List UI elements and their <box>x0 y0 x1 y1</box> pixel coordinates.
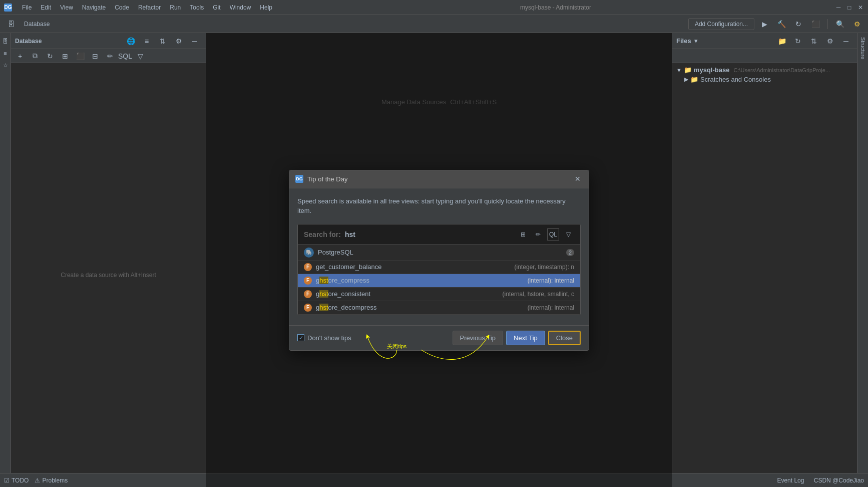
project-folder-icon: 📁 <box>684 66 692 74</box>
menu-item-run[interactable]: Run <box>166 3 185 13</box>
dialog-close-button[interactable]: ✕ <box>573 174 583 184</box>
close-button[interactable]: ✕ <box>857 4 864 11</box>
build-button[interactable]: 🔨 <box>774 17 788 31</box>
project-root-item[interactable]: ▼ 📁 mysql-base C:\Users\Administrator\Da… <box>672 65 857 75</box>
sidebar-icon-3[interactable]: ☆ <box>1 61 10 70</box>
result-ghstore-consistent[interactable]: F ghstore_consistent (internal, hstore, … <box>298 288 580 301</box>
toolbar-separator <box>827 19 828 29</box>
files-settings-icon[interactable]: ⚙ <box>823 34 837 48</box>
sidebar-database-icon[interactable]: 🗄 <box>1 37 10 46</box>
scratches-folder-icon: 📁 <box>690 76 698 83</box>
menu-item-help[interactable]: Help <box>256 3 276 13</box>
add-datasource-button[interactable]: + <box>13 49 27 63</box>
minimize-button[interactable]: ─ <box>835 4 842 11</box>
search-label: Search for: <box>304 230 341 238</box>
todo-label: TODO <box>12 477 29 484</box>
files-panel-header: Files ▾ 📁 ↻ ⇅ ⚙ ─ <box>672 33 857 49</box>
database-panel-header: Database 🌐 ≡ ⇅ ⚙ ─ <box>11 33 206 49</box>
func-meta-2: (internal): internal <box>528 277 574 284</box>
credit-text: CSDN @CodeJiao <box>814 477 864 484</box>
refresh-button[interactable]: ↻ <box>43 49 57 63</box>
table-view-button[interactable]: ⊟ <box>88 49 102 63</box>
previous-tip-button[interactable]: Previous Tip <box>453 331 504 345</box>
dialog-logo: DG <box>295 175 303 183</box>
result-list: 🐘 PostgreSQL 2 F get_customer_balance (i… <box>298 245 580 315</box>
event-log-button[interactable]: Event Log <box>777 477 804 484</box>
structure-tab[interactable]: Structure <box>859 35 867 62</box>
files-refresh-icon[interactable]: ↻ <box>791 34 805 48</box>
todo-button[interactable]: ☑ TODO <box>4 477 29 484</box>
menu-item-file[interactable]: File <box>18 3 36 13</box>
files-minimize-icon[interactable]: ─ <box>839 34 853 48</box>
result-ghstore-compress[interactable]: F ghstore_compress (internal): internal <box>298 274 580 288</box>
add-configuration-button[interactable]: Add Configuration... <box>688 18 754 30</box>
sql-button[interactable]: SQL <box>118 49 132 63</box>
result-ghstore-decompress[interactable]: F ghstore_decompress (internal): interna… <box>298 301 580 315</box>
search-value: hst <box>345 230 355 238</box>
edit-button[interactable]: ✏ <box>103 49 117 63</box>
menu-item-tools[interactable]: Tools <box>186 3 208 13</box>
dialog-footer: ✓ Don't show tips Previous Tip Next Tip … <box>289 325 589 350</box>
schema-button[interactable]: ⊞ <box>58 49 72 63</box>
next-tip-button[interactable]: Next Tip <box>506 331 545 345</box>
result-postgresql[interactable]: 🐘 PostgreSQL 2 <box>298 245 580 261</box>
stop-ds-button[interactable]: ⬛ <box>73 49 87 63</box>
database-panel: Database 🌐 ≡ ⇅ ⚙ ─ + ⧉ ↻ ⊞ ⬛ ⊟ ✏ SQL ▽ C… <box>11 33 206 487</box>
problems-label: Problems <box>42 477 68 484</box>
project-path: C:\Users\Administrator\DataGripProje... <box>733 67 830 73</box>
app-logo: DG <box>4 4 12 12</box>
panel-globe-icon[interactable]: 🌐 <box>124 34 138 48</box>
database-panel-content: Create a data source with Alt+Insert <box>11 63 206 487</box>
panel-sort-icon[interactable]: ⇅ <box>156 34 170 48</box>
func-badge-4: F <box>304 304 312 312</box>
main-layout: 🗄 ≡ ☆ Database 🌐 ≡ ⇅ ⚙ ─ + ⧉ ↻ ⊞ ⬛ ⊟ ✏ S… <box>0 33 868 487</box>
menu-item-navigate[interactable]: Navigate <box>78 3 110 13</box>
reload-button[interactable]: ↻ <box>791 17 805 31</box>
database-panel-toolbar: + ⧉ ↻ ⊞ ⬛ ⊟ ✏ SQL ▽ <box>11 49 206 63</box>
menu-item-edit[interactable]: Edit <box>37 3 55 13</box>
files-sort-icon[interactable]: ⇅ <box>807 34 821 48</box>
sidebar-icon-2[interactable]: ≡ <box>1 49 10 58</box>
menu-item-refactor[interactable]: Refactor <box>134 3 165 13</box>
table-icon[interactable]: ⊞ <box>517 228 529 240</box>
result-get-customer-balance[interactable]: F get_customer_balance (integer, timesta… <box>298 261 580 274</box>
search-everywhere-button[interactable]: 🔍 <box>833 17 847 31</box>
dont-show-tips-label[interactable]: ✓ Don't show tips <box>297 334 351 342</box>
close-dialog-button[interactable]: Close <box>548 331 581 345</box>
dont-show-text: Don't show tips <box>307 334 351 342</box>
footer-buttons: Previous Tip Next Tip Close <box>453 331 581 345</box>
scratches-label: Scratches and Consoles <box>700 76 771 83</box>
menu-item-code[interactable]: Code <box>111 3 133 13</box>
search-preview: Search for: hst ⊞ ✏ QL ▽ <box>297 224 581 315</box>
scratches-item[interactable]: ▶ 📁 Scratches and Consoles <box>672 75 857 84</box>
filter-db-button[interactable]: ▽ <box>133 49 147 63</box>
problems-button[interactable]: ⚠ Problems <box>35 477 68 484</box>
filter-icon[interactable]: ▽ <box>562 228 574 240</box>
copy-button[interactable]: ⧉ <box>28 49 42 63</box>
tip-of-day-dialog: DG Tip of the Day ✕ Speed search is avai… <box>289 170 589 351</box>
run-button[interactable]: ▶ <box>757 17 771 31</box>
dialog-title: Tip of the Day <box>307 175 569 183</box>
stop-button[interactable]: ⬛ <box>808 17 822 31</box>
dont-show-checkbox[interactable]: ✓ <box>297 334 304 341</box>
maximize-button[interactable]: □ <box>846 4 853 11</box>
panel-settings-icon[interactable]: ⚙ <box>172 34 186 48</box>
func-name-1: get_customer_balance <box>316 263 511 271</box>
settings-button[interactable]: ⚙ <box>850 17 864 31</box>
tip-text: Speed search is available in all tree vi… <box>297 196 581 216</box>
query-icon[interactable]: QL <box>547 228 559 240</box>
app-title: mysql-base - Administrator <box>520 4 591 11</box>
main-toolbar: 🗄 Database Add Configuration... ▶ 🔨 ↻ ⬛ … <box>0 15 868 33</box>
menu-item-git[interactable]: Git <box>209 3 224 13</box>
files-dropdown-icon[interactable]: ▾ <box>694 37 698 45</box>
files-folder-icon[interactable]: 📁 <box>775 34 789 48</box>
menu-item-view[interactable]: View <box>56 3 77 13</box>
edit-icon[interactable]: ✏ <box>532 228 544 240</box>
dialog-titlebar: DG Tip of the Day ✕ <box>289 170 589 188</box>
panel-filter-icon[interactable]: ≡ <box>140 34 154 48</box>
panel-close-icon[interactable]: ─ <box>188 34 202 48</box>
menu-item-window[interactable]: Window <box>226 3 255 13</box>
pg-count: 2 <box>566 249 574 256</box>
todo-icon: ☑ <box>4 477 10 484</box>
left-sidebar: 🗄 ≡ ☆ <box>0 33 11 487</box>
